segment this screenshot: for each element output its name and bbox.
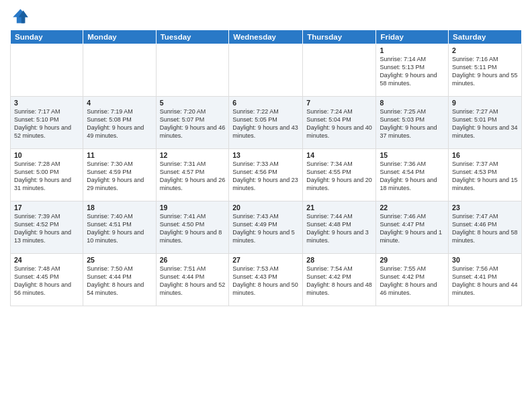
calendar-cell: 16Sunrise: 7:37 AMSunset: 4:53 PMDayligh… bbox=[449, 149, 522, 201]
logo-icon bbox=[10, 7, 29, 26]
day-number: 10 bbox=[14, 151, 79, 159]
day-info: Sunrise: 7:41 AMSunset: 4:50 PMDaylight:… bbox=[160, 212, 226, 245]
calendar-cell: 4Sunrise: 7:19 AMSunset: 5:08 PMDaylight… bbox=[83, 97, 156, 149]
day-info: Sunrise: 7:39 AMSunset: 4:52 PMDaylight:… bbox=[14, 212, 79, 245]
week-row-3: 10Sunrise: 7:28 AMSunset: 5:00 PMDayligh… bbox=[11, 149, 522, 201]
calendar-cell: 6Sunrise: 7:22 AMSunset: 5:05 PMDaylight… bbox=[229, 97, 303, 149]
day-info: Sunrise: 7:30 AMSunset: 4:59 PMDaylight:… bbox=[87, 160, 152, 193]
calendar-cell: 3Sunrise: 7:17 AMSunset: 5:10 PMDaylight… bbox=[11, 97, 83, 149]
day-number: 9 bbox=[452, 99, 518, 107]
day-number: 16 bbox=[452, 151, 518, 159]
week-row-4: 17Sunrise: 7:39 AMSunset: 4:52 PMDayligh… bbox=[11, 201, 522, 254]
weekday-header-monday: Monday bbox=[83, 30, 156, 44]
page: SundayMondayTuesdayWednesdayThursdayFrid… bbox=[0, 0, 532, 411]
calendar-cell: 17Sunrise: 7:39 AMSunset: 4:52 PMDayligh… bbox=[11, 201, 83, 254]
calendar-cell: 25Sunrise: 7:50 AMSunset: 4:44 PMDayligh… bbox=[83, 254, 156, 306]
day-info: Sunrise: 7:37 AMSunset: 4:53 PMDaylight:… bbox=[452, 160, 518, 193]
day-number: 25 bbox=[87, 256, 152, 264]
day-info: Sunrise: 7:34 AMSunset: 4:55 PMDaylight:… bbox=[306, 160, 372, 193]
calendar-cell: 15Sunrise: 7:36 AMSunset: 4:54 PMDayligh… bbox=[376, 149, 449, 201]
day-number: 1 bbox=[380, 46, 445, 54]
day-info: Sunrise: 7:48 AMSunset: 4:45 PMDaylight:… bbox=[14, 265, 79, 298]
calendar-cell: 22Sunrise: 7:46 AMSunset: 4:47 PMDayligh… bbox=[376, 201, 449, 254]
day-info: Sunrise: 7:47 AMSunset: 4:46 PMDaylight:… bbox=[452, 212, 518, 245]
day-number: 6 bbox=[232, 99, 299, 107]
day-number: 11 bbox=[87, 151, 152, 159]
calendar-cell: 1Sunrise: 7:14 AMSunset: 5:13 PMDaylight… bbox=[376, 44, 449, 97]
day-info: Sunrise: 7:19 AMSunset: 5:08 PMDaylight:… bbox=[87, 107, 152, 140]
calendar-cell: 14Sunrise: 7:34 AMSunset: 4:55 PMDayligh… bbox=[303, 149, 376, 201]
day-number: 24 bbox=[14, 256, 79, 264]
calendar-cell: 10Sunrise: 7:28 AMSunset: 5:00 PMDayligh… bbox=[11, 149, 83, 201]
day-info: Sunrise: 7:43 AMSunset: 4:49 PMDaylight:… bbox=[232, 212, 299, 245]
day-number: 2 bbox=[452, 46, 518, 54]
calendar-cell bbox=[11, 44, 83, 97]
week-row-2: 3Sunrise: 7:17 AMSunset: 5:10 PMDaylight… bbox=[11, 97, 522, 149]
calendar-cell: 26Sunrise: 7:51 AMSunset: 4:44 PMDayligh… bbox=[156, 254, 229, 306]
calendar-cell: 20Sunrise: 7:43 AMSunset: 4:49 PMDayligh… bbox=[229, 201, 303, 254]
weekday-header-wednesday: Wednesday bbox=[229, 30, 303, 44]
day-info: Sunrise: 7:44 AMSunset: 4:48 PMDaylight:… bbox=[306, 212, 372, 245]
day-number: 30 bbox=[452, 256, 518, 264]
calendar-cell: 9Sunrise: 7:27 AMSunset: 5:01 PMDaylight… bbox=[449, 97, 522, 149]
day-number: 17 bbox=[14, 203, 79, 212]
day-info: Sunrise: 7:22 AMSunset: 5:05 PMDaylight:… bbox=[232, 107, 299, 140]
day-number: 3 bbox=[14, 99, 79, 107]
calendar-cell: 19Sunrise: 7:41 AMSunset: 4:50 PMDayligh… bbox=[156, 201, 229, 254]
day-info: Sunrise: 7:25 AMSunset: 5:03 PMDaylight:… bbox=[380, 107, 445, 140]
day-info: Sunrise: 7:36 AMSunset: 4:54 PMDaylight:… bbox=[380, 160, 445, 193]
header bbox=[10, 7, 522, 26]
calendar-cell: 21Sunrise: 7:44 AMSunset: 4:48 PMDayligh… bbox=[303, 201, 376, 254]
day-info: Sunrise: 7:14 AMSunset: 5:13 PMDaylight:… bbox=[380, 55, 445, 88]
day-info: Sunrise: 7:17 AMSunset: 5:10 PMDaylight:… bbox=[14, 107, 79, 140]
day-number: 20 bbox=[232, 203, 299, 212]
day-info: Sunrise: 7:31 AMSunset: 4:57 PMDaylight:… bbox=[160, 160, 226, 193]
calendar-cell: 30Sunrise: 7:56 AMSunset: 4:41 PMDayligh… bbox=[449, 254, 522, 306]
day-info: Sunrise: 7:16 AMSunset: 5:11 PMDaylight:… bbox=[452, 55, 518, 88]
calendar-cell: 13Sunrise: 7:33 AMSunset: 4:56 PMDayligh… bbox=[229, 149, 303, 201]
calendar-cell bbox=[303, 44, 376, 97]
day-number: 14 bbox=[306, 151, 372, 159]
day-info: Sunrise: 7:24 AMSunset: 5:04 PMDaylight:… bbox=[306, 107, 372, 140]
day-number: 22 bbox=[380, 203, 445, 212]
calendar-cell: 7Sunrise: 7:24 AMSunset: 5:04 PMDaylight… bbox=[303, 97, 376, 149]
weekday-header-thursday: Thursday bbox=[303, 30, 376, 44]
weekday-header-sunday: Sunday bbox=[11, 30, 83, 44]
week-row-1: 1Sunrise: 7:14 AMSunset: 5:13 PMDaylight… bbox=[11, 44, 522, 97]
week-row-5: 24Sunrise: 7:48 AMSunset: 4:45 PMDayligh… bbox=[11, 254, 522, 306]
logo bbox=[10, 7, 32, 26]
day-number: 27 bbox=[232, 256, 299, 264]
day-info: Sunrise: 7:50 AMSunset: 4:44 PMDaylight:… bbox=[87, 265, 152, 298]
day-info: Sunrise: 7:46 AMSunset: 4:47 PMDaylight:… bbox=[380, 212, 445, 245]
day-info: Sunrise: 7:40 AMSunset: 4:51 PMDaylight:… bbox=[87, 212, 152, 245]
calendar-cell: 29Sunrise: 7:55 AMSunset: 4:42 PMDayligh… bbox=[376, 254, 449, 306]
day-number: 5 bbox=[160, 99, 226, 107]
day-info: Sunrise: 7:54 AMSunset: 4:42 PMDaylight:… bbox=[306, 265, 372, 298]
day-number: 13 bbox=[232, 151, 299, 159]
day-info: Sunrise: 7:56 AMSunset: 4:41 PMDaylight:… bbox=[452, 265, 518, 298]
calendar-body: 1Sunrise: 7:14 AMSunset: 5:13 PMDaylight… bbox=[11, 44, 522, 306]
calendar-cell: 11Sunrise: 7:30 AMSunset: 4:59 PMDayligh… bbox=[83, 149, 156, 201]
calendar-cell: 28Sunrise: 7:54 AMSunset: 4:42 PMDayligh… bbox=[303, 254, 376, 306]
calendar-table: SundayMondayTuesdayWednesdayThursdayFrid… bbox=[10, 30, 522, 306]
weekday-header-saturday: Saturday bbox=[449, 30, 522, 44]
calendar-cell: 12Sunrise: 7:31 AMSunset: 4:57 PMDayligh… bbox=[156, 149, 229, 201]
calendar-cell: 8Sunrise: 7:25 AMSunset: 5:03 PMDaylight… bbox=[376, 97, 449, 149]
calendar-cell: 23Sunrise: 7:47 AMSunset: 4:46 PMDayligh… bbox=[449, 201, 522, 254]
day-info: Sunrise: 7:51 AMSunset: 4:44 PMDaylight:… bbox=[160, 265, 226, 298]
day-number: 23 bbox=[452, 203, 518, 212]
calendar-cell: 2Sunrise: 7:16 AMSunset: 5:11 PMDaylight… bbox=[449, 44, 522, 97]
day-number: 7 bbox=[306, 99, 372, 107]
day-info: Sunrise: 7:55 AMSunset: 4:42 PMDaylight:… bbox=[380, 265, 445, 298]
calendar-cell bbox=[83, 44, 156, 97]
day-number: 12 bbox=[160, 151, 226, 159]
day-info: Sunrise: 7:28 AMSunset: 5:00 PMDaylight:… bbox=[14, 160, 79, 193]
day-number: 18 bbox=[87, 203, 152, 212]
day-info: Sunrise: 7:20 AMSunset: 5:07 PMDaylight:… bbox=[160, 107, 226, 140]
calendar-cell: 5Sunrise: 7:20 AMSunset: 5:07 PMDaylight… bbox=[156, 97, 229, 149]
weekday-header-tuesday: Tuesday bbox=[156, 30, 229, 44]
calendar-cell: 27Sunrise: 7:53 AMSunset: 4:43 PMDayligh… bbox=[229, 254, 303, 306]
calendar-cell: 18Sunrise: 7:40 AMSunset: 4:51 PMDayligh… bbox=[83, 201, 156, 254]
calendar-cell bbox=[156, 44, 229, 97]
day-number: 4 bbox=[87, 99, 152, 107]
